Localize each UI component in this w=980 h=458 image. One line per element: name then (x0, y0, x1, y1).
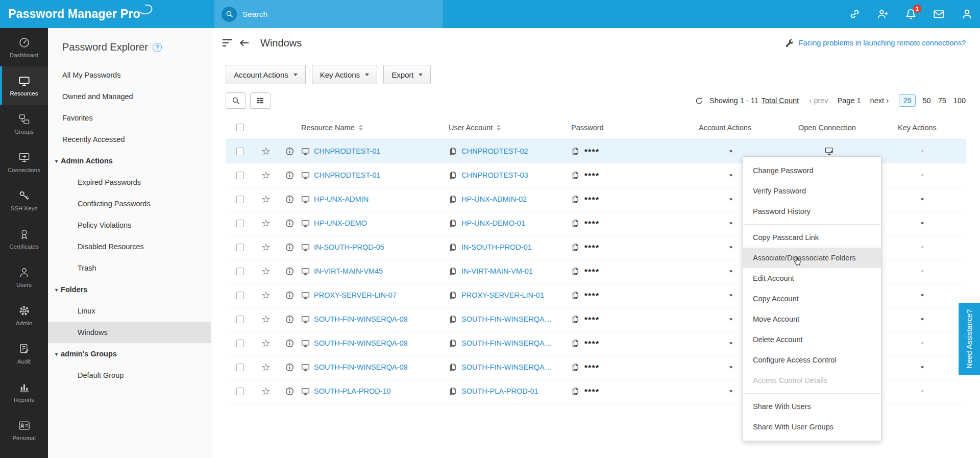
favorite-star-icon[interactable]: ☆ (261, 170, 271, 180)
key-actions-button[interactable] (918, 222, 924, 225)
user-add-icon[interactable] (877, 8, 889, 20)
account-link[interactable]: IN-SOUTH-PROD-01 (461, 243, 532, 251)
copy-icon[interactable] (449, 147, 457, 156)
key-actions-button[interactable] (918, 270, 924, 273)
favorite-star-icon[interactable]: ☆ (261, 242, 271, 252)
menu-item-verify-password[interactable]: Verify Password (743, 181, 881, 201)
menu-item-password-history[interactable]: Password History (743, 201, 881, 222)
account-actions-button[interactable] (727, 198, 733, 201)
explorer-item-recently-accessed[interactable]: Recently Accessed (48, 129, 211, 150)
favorite-star-icon[interactable]: ☆ (261, 218, 271, 228)
info-icon[interactable] (285, 291, 294, 300)
copy-icon[interactable] (449, 315, 457, 324)
page-size-50[interactable]: 50 (923, 97, 931, 105)
key-actions-button[interactable] (918, 150, 924, 153)
copy-icon[interactable] (571, 291, 580, 300)
explorer-item-windows[interactable]: Windows (48, 322, 211, 343)
row-checkbox[interactable] (236, 388, 244, 395)
global-search[interactable] (214, 0, 443, 28)
info-icon[interactable] (285, 363, 294, 372)
account-link[interactable]: IN-VIRT-MAIN-VM-01 (461, 267, 533, 275)
explorer-item-linux[interactable]: Linux (48, 300, 211, 322)
mail-icon[interactable] (933, 8, 945, 20)
copy-icon[interactable] (449, 195, 457, 204)
row-checkbox[interactable] (236, 220, 244, 227)
row-checkbox[interactable] (236, 340, 244, 347)
info-icon[interactable] (285, 267, 294, 276)
nav-item-connections[interactable]: Connections (0, 143, 48, 181)
key-actions-button[interactable] (918, 318, 924, 321)
copy-icon[interactable] (571, 267, 580, 276)
account-actions-button[interactable] (727, 222, 733, 225)
explorer-item-admin-s-groups[interactable]: ▾admin's Groups (48, 343, 211, 365)
page-size-25[interactable]: 25 (899, 94, 915, 107)
account-actions-button[interactable] (727, 318, 733, 321)
nav-item-admin[interactable]: Admin (0, 296, 48, 334)
favorite-star-icon[interactable]: ☆ (261, 386, 271, 396)
help-icon[interactable]: ? (153, 43, 162, 52)
explorer-item-admin-actions[interactable]: ▾Admin Actions (48, 150, 211, 172)
need-assistance-tab[interactable]: Need Assistance? (959, 303, 980, 375)
account-link[interactable]: SOUTH-FIN-WINSERQA… (461, 363, 552, 371)
copy-icon[interactable] (571, 339, 580, 348)
copy-icon[interactable] (449, 171, 457, 180)
account-link[interactable]: SOUTH-FIN-WINSERQA… (461, 339, 552, 347)
account-actions-button[interactable] (727, 246, 733, 249)
copy-icon[interactable] (571, 171, 580, 180)
nav-item-reports[interactable]: Reports (0, 373, 48, 411)
profile-icon[interactable] (961, 8, 973, 20)
resource-link[interactable]: IN-SOUTH-PROD-05 (314, 243, 384, 251)
nav-item-personal[interactable]: Personal (0, 411, 48, 449)
info-icon[interactable] (285, 387, 294, 396)
copy-icon[interactable] (449, 267, 457, 276)
account-actions-button[interactable] (727, 366, 733, 369)
favorite-star-icon[interactable]: ☆ (261, 314, 271, 324)
favorite-star-icon[interactable]: ☆ (261, 266, 271, 276)
resource-link[interactable]: CHNPRODTEST-01 (314, 171, 381, 179)
resource-link[interactable]: HP-UNX-DEMO (314, 219, 367, 227)
menu-item-change-password[interactable]: Change Password (743, 160, 881, 181)
nav-item-dashboard[interactable]: Dashboard (0, 28, 48, 66)
nav-item-users[interactable]: Users (0, 258, 48, 296)
account-link[interactable]: CHNPRODTEST-03 (461, 171, 528, 179)
favorite-star-icon[interactable]: ☆ (261, 362, 271, 372)
key-actions-button[interactable] (918, 294, 924, 297)
info-icon[interactable] (285, 195, 294, 204)
copy-icon[interactable] (571, 195, 580, 204)
explorer-item-expired-passwords[interactable]: Expired Passwords (48, 172, 211, 193)
menu-item-configure-access-control[interactable]: Configure Access Control (743, 350, 881, 370)
explorer-item-default-group[interactable]: Default Group (48, 365, 211, 386)
table-search-button[interactable] (226, 92, 246, 109)
row-checkbox[interactable] (236, 316, 244, 323)
account-actions-button[interactable] (727, 150, 733, 153)
page-size-75[interactable]: 75 (938, 97, 946, 105)
explorer-item-disabled-resources[interactable]: Disabled Resources (48, 236, 211, 257)
copy-icon[interactable] (449, 363, 457, 372)
account-actions-button[interactable] (727, 294, 733, 297)
page-size-100[interactable]: 100 (953, 97, 966, 105)
explorer-item-owned-and-managed[interactable]: Owned and Managed (48, 86, 211, 107)
bell-icon[interactable]: 1 (905, 8, 917, 20)
resource-link[interactable]: HP-UNX-ADMIN (314, 195, 369, 203)
account-link[interactable]: HP-UNX-ADMIN-02 (461, 195, 527, 203)
nav-item-audit[interactable]: Audit (0, 334, 48, 373)
copy-icon[interactable] (449, 219, 457, 228)
info-icon[interactable] (285, 147, 294, 156)
menu-item-associate-disassociate-folders[interactable]: Associate/Disassociate Folders (743, 248, 881, 268)
resource-link[interactable]: IN-VIRT-MAIN-VM45 (314, 267, 383, 275)
row-checkbox[interactable] (236, 172, 244, 179)
resource-link[interactable]: SOUTH-FIN-WINSERQA-09 (314, 315, 408, 323)
copy-icon[interactable] (449, 291, 457, 300)
account-actions-button[interactable] (727, 270, 733, 273)
remote-connection-help-link[interactable]: Facing problems in launching remote conn… (799, 39, 966, 47)
key-actions-button[interactable] (918, 366, 924, 369)
select-all-checkbox[interactable] (236, 124, 244, 131)
prev-page-button[interactable]: ‹ prev (809, 96, 828, 105)
explorer-item-conflicting-passwords[interactable]: Conflicting Passwords (48, 193, 211, 214)
key-actions-button[interactable] (918, 198, 924, 201)
favorite-star-icon[interactable]: ☆ (261, 338, 271, 348)
copy-icon[interactable] (449, 339, 457, 348)
account-actions-dropdown[interactable]: Account Actions (226, 65, 306, 84)
copy-icon[interactable] (571, 147, 580, 156)
account-actions-button[interactable] (727, 174, 733, 177)
